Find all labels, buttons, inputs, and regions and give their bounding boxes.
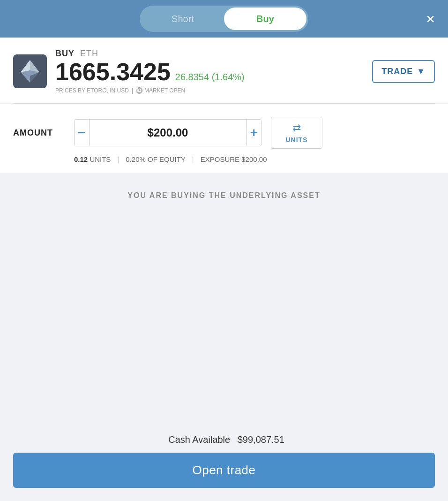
open-trade-button[interactable]: Open trade [13, 453, 435, 488]
price-meta: PRICES BY ETORO, IN USD | MARKET OPEN [55, 87, 245, 94]
change-text: 26.8354 (1.64%) [175, 72, 245, 82]
buy-button[interactable]: Buy [224, 8, 306, 30]
mode-toggle: Short Buy [140, 6, 308, 32]
info-section: YOU ARE BUYING THE UNDERLYING ASSET [0, 173, 448, 219]
price-value: 1665.3425 [55, 59, 171, 85]
asset-info: BUY ETH 1665.3425 26.8354 (1.64%) PRICES… [55, 49, 245, 94]
asset-section: BUY ETH 1665.3425 26.8354 (1.64%) PRICES… [0, 38, 448, 103]
amount-input[interactable] [89, 120, 247, 146]
market-status-text: MARKET OPEN [144, 87, 185, 94]
exposure-value: EXPOSURE $200.00 [201, 155, 267, 163]
pipe1: | [117, 155, 119, 163]
amount-details: 0.12 UNITS | 0.20% OF EQUITY | EXPOSURE … [13, 155, 435, 163]
header: Short Buy × [0, 0, 448, 38]
underlying-asset-text: YOU ARE BUYING THE UNDERLYING ASSET [127, 191, 320, 199]
action-label: BUY ETH [55, 49, 245, 59]
increase-button[interactable]: + [247, 120, 261, 146]
market-status: MARKET OPEN [136, 87, 185, 94]
amount-row: AMOUNT − + ⇄ UNITS [13, 117, 435, 149]
decrease-button[interactable]: − [75, 120, 89, 146]
units-toggle-label: UNITS [286, 136, 308, 144]
close-button[interactable]: × [426, 11, 435, 26]
price-row: 1665.3425 26.8354 (1.64%) [55, 59, 245, 85]
bottom-section: Cash Available $99,087.51 Open trade [0, 425, 448, 501]
amount-section: AMOUNT − + ⇄ UNITS 0.12 UNITS | 0.20% OF… [0, 104, 448, 173]
chevron-down-icon: ▼ [417, 67, 426, 76]
eth-icon [20, 59, 40, 84]
price-change: 26.8354 (1.64%) [175, 72, 245, 83]
pipe-separator: | [132, 87, 133, 94]
asset-logo [13, 54, 47, 88]
clock-icon [136, 87, 142, 94]
amount-label: AMOUNT [13, 128, 65, 138]
main-content: BUY ETH 1665.3425 26.8354 (1.64%) PRICES… [0, 38, 448, 501]
pipe2: | [192, 155, 194, 163]
short-button[interactable]: Short [142, 8, 224, 30]
cash-available-value: $99,087.51 [238, 434, 284, 445]
units-suffix: UNITS [90, 155, 111, 163]
ticker-text: ETH [80, 49, 98, 58]
spacer [0, 219, 448, 387]
units-value: 0.12 [74, 155, 88, 163]
equity-pct: 0.20% OF EQUITY [126, 155, 186, 163]
svg-marker-3 [30, 60, 39, 72]
trade-label: TRADE [381, 67, 413, 76]
cash-available-row: Cash Available $99,087.51 [13, 434, 435, 445]
trade-dropdown[interactable]: TRADE ▼ [372, 60, 435, 83]
units-toggle-button[interactable]: ⇄ UNITS [271, 117, 322, 149]
asset-left: BUY ETH 1665.3425 26.8354 (1.64%) PRICES… [13, 49, 245, 94]
switch-icon: ⇄ [292, 122, 301, 134]
action-text: BUY [55, 49, 75, 58]
price-source: PRICES BY ETORO, IN USD [55, 87, 129, 94]
amount-control: − + [74, 119, 261, 146]
svg-marker-4 [21, 60, 30, 72]
cash-available-label: Cash Available [168, 434, 230, 445]
